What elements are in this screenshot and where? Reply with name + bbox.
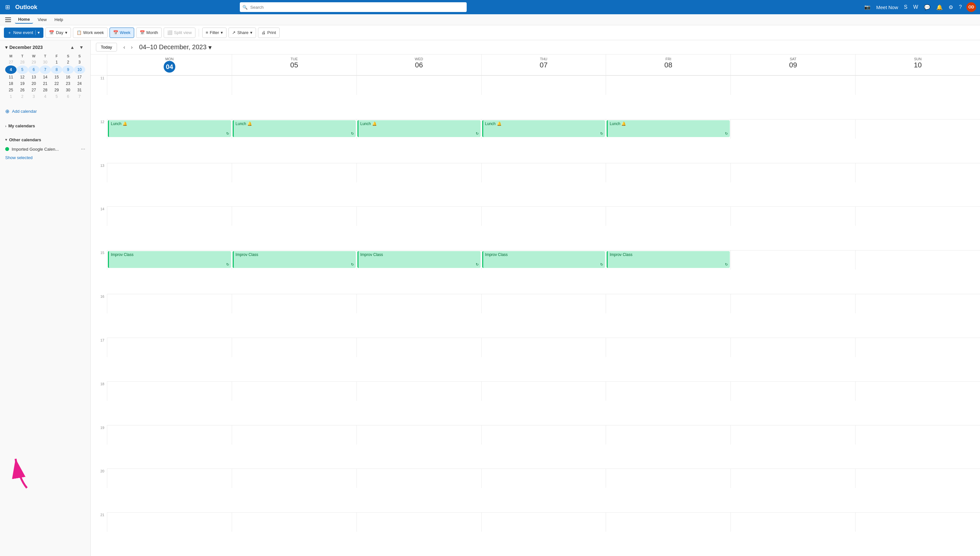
word-icon[interactable]: W xyxy=(912,3,919,11)
time-cell[interactable] xyxy=(232,425,356,444)
time-cell[interactable]: Improv Class↻ xyxy=(107,250,232,270)
time-cell[interactable] xyxy=(356,206,481,226)
time-cell[interactable] xyxy=(481,338,606,357)
time-cell[interactable] xyxy=(232,206,356,226)
meet-now-label[interactable]: Meet Now xyxy=(875,3,900,11)
improv-class-event[interactable]: Improv Class↻ xyxy=(357,251,480,268)
time-cell[interactable] xyxy=(356,512,481,532)
share-button[interactable]: ↗ Share ▾ xyxy=(228,27,256,38)
skype-icon[interactable]: S xyxy=(902,3,909,11)
time-cell[interactable]: Lunch 🔔↻ xyxy=(232,119,356,139)
mini-cal-day[interactable]: 2 xyxy=(16,93,28,100)
time-cell[interactable] xyxy=(232,163,356,183)
time-cell[interactable] xyxy=(855,338,980,357)
waffle-icon[interactable]: ⊞ xyxy=(4,2,11,12)
time-cell[interactable] xyxy=(606,294,731,313)
show-selected-link[interactable]: Show selected xyxy=(5,154,85,162)
improv-class-event[interactable]: Improv Class↻ xyxy=(233,251,356,268)
time-cell[interactable] xyxy=(232,512,356,532)
month-view-button[interactable]: 📅 Month xyxy=(136,27,162,38)
time-cell[interactable] xyxy=(232,381,356,401)
search-input[interactable] xyxy=(240,2,467,12)
lunch-event[interactable]: Lunch 🔔↻ xyxy=(482,120,605,137)
time-cell[interactable] xyxy=(606,512,731,532)
add-calendar-button[interactable]: ⊕ Add calendar xyxy=(5,106,85,116)
time-cell[interactable]: Lunch 🔔↻ xyxy=(481,119,606,139)
menu-home[interactable]: Home xyxy=(15,16,33,24)
time-cell[interactable] xyxy=(855,381,980,401)
time-cell[interactable] xyxy=(606,163,731,183)
dropdown-arrow-icon[interactable]: ▾ xyxy=(35,30,40,35)
time-cell[interactable]: Improv Class↻ xyxy=(481,250,606,270)
time-cell[interactable] xyxy=(606,425,731,444)
imported-google-calendar-item[interactable]: Imported Google Calen... ··· xyxy=(5,144,85,154)
time-cell[interactable] xyxy=(855,512,980,532)
time-cell[interactable] xyxy=(481,206,606,226)
mini-cal-day[interactable]: 29 xyxy=(28,59,40,65)
print-button[interactable]: 🖨 Print xyxy=(258,27,280,38)
feedback-icon[interactable]: 💬 xyxy=(923,3,932,12)
mini-cal-day[interactable]: 28 xyxy=(16,59,28,65)
mini-cal-day[interactable]: 4 xyxy=(5,65,16,74)
hamburger-button[interactable] xyxy=(4,15,14,24)
time-cell[interactable] xyxy=(481,469,606,488)
mini-cal-day[interactable]: 5 xyxy=(51,93,62,100)
mini-cal-day[interactable]: 6 xyxy=(28,65,40,74)
time-cell[interactable] xyxy=(107,425,232,444)
time-cell[interactable] xyxy=(731,76,855,95)
settings-icon[interactable]: ⚙ xyxy=(947,3,954,12)
time-cell[interactable] xyxy=(481,163,606,183)
time-cell[interactable] xyxy=(855,76,980,95)
time-cell[interactable]: Improv Class↻ xyxy=(356,250,481,270)
week-view-button[interactable]: 📅 Week xyxy=(110,27,134,38)
cal-title[interactable]: 04–10 December, 2023 ▾ xyxy=(139,44,212,51)
mini-cal-day[interactable]: 25 xyxy=(5,87,16,93)
time-cell[interactable] xyxy=(356,338,481,357)
time-cell[interactable] xyxy=(107,512,232,532)
mini-cal-day[interactable]: 17 xyxy=(74,74,85,80)
time-cell[interactable] xyxy=(731,206,855,226)
time-cell[interactable] xyxy=(356,425,481,444)
day-view-button[interactable]: 📅 Day ▾ xyxy=(45,27,71,38)
time-cell[interactable] xyxy=(606,206,731,226)
time-cell[interactable]: Lunch 🔔↻ xyxy=(606,119,731,139)
mini-cal-day[interactable]: 11 xyxy=(5,74,16,80)
time-cell[interactable] xyxy=(731,512,855,532)
mini-cal-title[interactable]: ▾ December 2023 xyxy=(5,45,43,50)
time-cell[interactable] xyxy=(731,469,855,488)
time-cell[interactable] xyxy=(356,294,481,313)
time-cell[interactable] xyxy=(107,294,232,313)
lunch-event[interactable]: Lunch 🔔↻ xyxy=(357,120,480,137)
time-cell[interactable] xyxy=(855,469,980,488)
mini-cal-day[interactable]: 30 xyxy=(40,59,51,65)
time-cell[interactable]: Improv Class↻ xyxy=(606,250,731,270)
time-cell[interactable] xyxy=(107,469,232,488)
mini-cal-day[interactable]: 18 xyxy=(5,80,16,87)
time-cell[interactable] xyxy=(731,425,855,444)
time-cell[interactable]: Improv Class↻ xyxy=(232,250,356,270)
time-cell[interactable] xyxy=(855,119,980,139)
time-cell[interactable] xyxy=(481,381,606,401)
time-cell[interactable] xyxy=(107,76,232,95)
cal-next-button[interactable]: › xyxy=(128,43,135,52)
notification-icon[interactable]: 🔔 xyxy=(935,3,944,12)
mini-cal-day[interactable]: 27 xyxy=(28,87,40,93)
meet-now-icon[interactable]: 📷 xyxy=(863,3,872,11)
mini-cal-day[interactable]: 26 xyxy=(16,87,28,93)
split-view-button[interactable]: ⬜ Split view xyxy=(164,27,196,38)
filter-button[interactable]: ≡ Filter ▾ xyxy=(202,27,226,38)
time-cell[interactable] xyxy=(731,250,855,270)
new-event-button[interactable]: ＋ New event ▾ xyxy=(4,27,44,38)
mini-cal-day[interactable]: 3 xyxy=(28,93,40,100)
mini-cal-day[interactable]: 4 xyxy=(40,93,51,100)
mini-cal-day[interactable]: 1 xyxy=(51,59,62,65)
mini-cal-day[interactable]: 10 xyxy=(74,65,85,74)
mini-cal-prev-button[interactable]: ▲ xyxy=(68,44,76,50)
time-cell[interactable] xyxy=(107,381,232,401)
time-cell[interactable] xyxy=(731,119,855,139)
time-cell[interactable] xyxy=(855,163,980,183)
mini-cal-day[interactable]: 7 xyxy=(40,65,51,74)
work-week-view-button[interactable]: 📋 Work week xyxy=(73,27,108,38)
mini-cal-day[interactable]: 14 xyxy=(40,74,51,80)
time-cell[interactable] xyxy=(731,381,855,401)
